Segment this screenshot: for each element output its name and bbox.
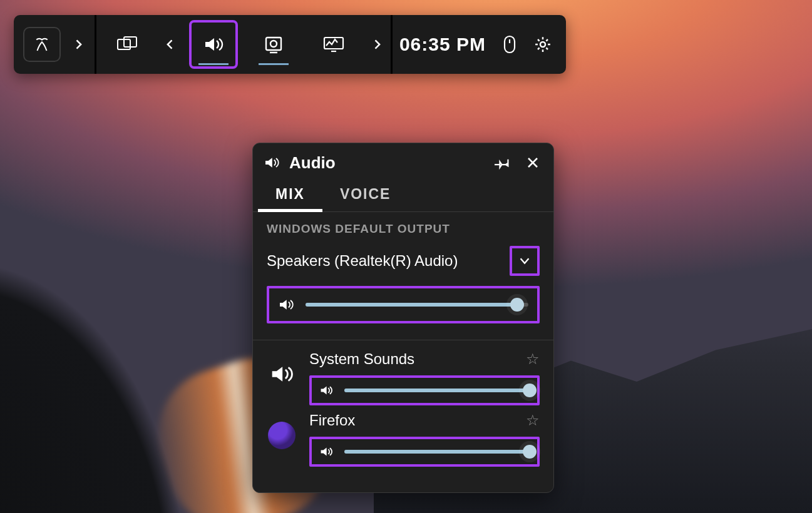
- capture-icon: [264, 35, 284, 54]
- panel-title: Audio: [289, 153, 483, 173]
- firefox-icon: [267, 420, 297, 450]
- svg-point-6: [540, 42, 545, 47]
- tab-voice[interactable]: VOICE: [336, 181, 395, 211]
- speaker-icon: [203, 35, 224, 54]
- output-section-label: WINDOWS DEFAULT OUTPUT: [267, 222, 540, 236]
- app-row-firefox: Firefox ☆: [267, 412, 540, 467]
- widgets-icon: [116, 36, 138, 53]
- chevron-down-icon: [516, 254, 533, 268]
- app-name: System Sounds: [309, 350, 526, 368]
- settings-button[interactable]: [533, 35, 552, 54]
- favorite-toggle[interactable]: ☆: [526, 412, 540, 429]
- app-name: Firefox: [309, 412, 526, 429]
- close-button[interactable]: [522, 152, 543, 173]
- speaker-icon: [278, 297, 294, 312]
- svg-rect-2: [266, 38, 281, 50]
- widgets-button[interactable]: [104, 21, 150, 68]
- app-row-system: System Sounds ☆: [267, 350, 540, 405]
- gamebar-home-expand[interactable]: [72, 37, 85, 52]
- game-bar: 06:35 PM: [14, 15, 566, 74]
- system-volume-slider[interactable]: [309, 375, 540, 405]
- gamebar-scroll-right[interactable]: [371, 37, 383, 52]
- svg-rect-4: [324, 38, 343, 49]
- xbox-icon: [33, 35, 51, 54]
- divider: [253, 340, 553, 340]
- output-device-dropdown[interactable]: [510, 246, 540, 276]
- speaker-icon: [263, 154, 280, 171]
- firefox-volume-slider[interactable]: [309, 437, 540, 467]
- system-sounds-icon: [267, 359, 297, 389]
- output-device-name: Speakers (Realtek(R) Audio): [267, 252, 501, 270]
- pin-button[interactable]: [492, 152, 513, 173]
- slider-track[interactable]: [344, 450, 530, 454]
- mouse-icon[interactable]: [502, 34, 517, 54]
- audio-tabs: MIX VOICE: [253, 177, 553, 212]
- speaker-icon: [319, 445, 333, 458]
- favorite-toggle[interactable]: ☆: [526, 350, 540, 368]
- slider-track[interactable]: [344, 389, 530, 392]
- gamebar-clock: 06:35 PM: [399, 34, 486, 55]
- audio-panel: Audio MIX VOICE WINDOWS DEFAULT OUTPUT S…: [252, 143, 554, 493]
- performance-tool-button[interactable]: [311, 21, 357, 68]
- slider-track[interactable]: [306, 303, 528, 307]
- master-volume-slider[interactable]: [267, 286, 540, 323]
- svg-point-3: [270, 41, 277, 47]
- speaker-icon: [319, 384, 333, 397]
- gamebar-home-button[interactable]: [23, 27, 61, 62]
- tab-mix[interactable]: MIX: [272, 181, 309, 211]
- gamebar-scroll-left[interactable]: [164, 37, 177, 52]
- performance-icon: [322, 36, 345, 53]
- audio-tool-button[interactable]: [190, 21, 237, 68]
- svg-rect-5: [505, 36, 515, 53]
- capture-tool-button[interactable]: [250, 21, 297, 68]
